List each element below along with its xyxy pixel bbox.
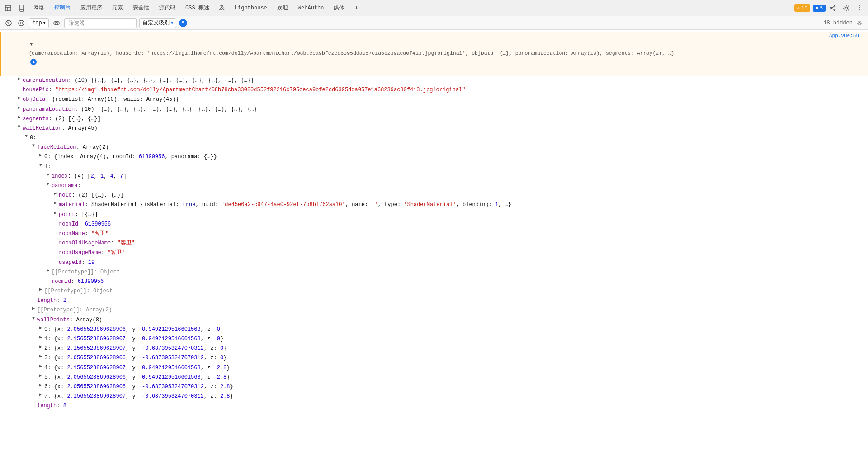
pause-button[interactable] (16, 18, 26, 28)
toolbar: top ▼ 自定义级别 ▼ 5 18 hidden (0, 16, 868, 30)
nav-console[interactable]: 控制台 (50, 2, 75, 14)
line-wp-3[interactable]: 3: {x: 2.0565528869628906, y: -0.6373953… (0, 353, 868, 363)
line-face-0[interactable]: 0: {index: Array(4), roomId: 61390956, p… (0, 152, 868, 162)
line-wp-6[interactable]: 6: {x: 2.0565528869628906, y: -0.6373953… (0, 382, 868, 392)
settings-small-icon[interactable] (854, 18, 864, 28)
nav-security[interactable]: 安全性 (128, 2, 154, 14)
line-wp-5[interactable]: 5: {x: 2.0565528869628906, y: 0.94921295… (0, 373, 868, 382)
nav-app[interactable]: 应用程序 (76, 2, 107, 14)
toggle-proto-array[interactable] (31, 306, 36, 311)
toggle-point[interactable] (52, 211, 58, 216)
nav-elements[interactable]: 元素 (108, 2, 127, 14)
line-length-2: length: 2 (0, 296, 868, 306)
line-room-usage-name: roomUsageName: "客卫" (0, 248, 868, 258)
line-hole[interactable]: hole: (2) [{…}, {…}] (0, 191, 868, 200)
toggle-wp-6[interactable] (38, 383, 43, 388)
filter-input[interactable] (64, 18, 137, 28)
toggle-hole[interactable] (52, 191, 58, 197)
line-panorama[interactable]: panorama: (0, 181, 868, 191)
line-wp-2[interactable]: 2: {x: 2.1565528869628907, y: -0.6373953… (0, 344, 868, 353)
toggle-root[interactable] (28, 42, 34, 47)
toggle-wall-relation[interactable] (16, 124, 22, 130)
svg-rect-0 (5, 5, 11, 11)
line-point[interactable]: point: [{…}] (0, 210, 868, 220)
source-link[interactable]: App.vue:59 (829, 32, 859, 40)
device-icon[interactable] (15, 2, 28, 14)
line-prototype-1[interactable]: [[Prototype]]: Object (0, 268, 868, 277)
svg-point-13 (19, 20, 24, 26)
add-tab-icon[interactable]: + (350, 2, 363, 14)
svg-point-18 (859, 22, 860, 24)
nav-lighthouse[interactable]: Lighthouse (230, 2, 272, 14)
line-wall-points[interactable]: wallPoints: Array(8) (0, 315, 868, 325)
line-wp-7[interactable]: 7: {x: 2.1565528869628907, y: -0.6373953… (0, 392, 868, 401)
nav-network[interactable]: 网络 (29, 2, 49, 14)
line-room-id-2: roomId: 61390956 (0, 277, 868, 287)
line-segments[interactable]: segments: (2) [{…}, {…}] (0, 114, 868, 124)
nav-sources[interactable]: 源代码 (155, 2, 180, 14)
line-wp-1[interactable]: 1: {x: 2.1565528869628907, y: 0.94921295… (0, 334, 868, 344)
settings-icon[interactable] (840, 2, 853, 14)
error-count: 5 (820, 5, 823, 11)
line-wall-relation[interactable]: wallRelation: Array(45) (0, 124, 868, 133)
eye-icon[interactable] (52, 18, 61, 28)
toggle-objdata[interactable] (16, 95, 22, 101)
svg-point-10 (845, 7, 848, 9)
info-icon[interactable]: i (30, 59, 37, 65)
level-dropdown[interactable]: 自定义级别 ▼ (139, 18, 176, 28)
toggle-0[interactable] (24, 134, 29, 139)
line-objdata[interactable]: objData: {roomList: Array(10), walls: Ar… (0, 95, 868, 104)
toggle-wp-4[interactable] (38, 364, 43, 369)
toggle-index[interactable] (45, 172, 51, 178)
toggle-wp-0[interactable] (38, 325, 43, 331)
toggle-segments[interactable] (16, 115, 22, 120)
toggle-wall-points[interactable] (31, 316, 36, 321)
error-badge[interactable]: ● 5 (813, 5, 826, 12)
line-room-id-1: roomId: 61390956 (0, 220, 868, 229)
line-panorama-location[interactable]: panoramaLocation: (10) [{…}, {…}, {…}, {… (0, 105, 868, 114)
line-prototype-array[interactable]: [[Prototype]]: Array(0) (0, 306, 868, 315)
toggle-wp-5[interactable] (38, 373, 43, 379)
line-face-1[interactable]: 1: (0, 162, 868, 172)
inspect-icon[interactable] (2, 2, 14, 14)
toggle-face-1[interactable] (38, 163, 43, 168)
toggle-wp-3[interactable] (38, 354, 43, 359)
nav-welcome[interactable]: 欢迎 (273, 2, 292, 14)
line-wp-4[interactable]: 4: {x: 2.1565528869628907, y: 0.94921295… (0, 363, 868, 373)
object-summary-line[interactable]: {cameraLocation: Array(10), housePic: 'h… (0, 32, 868, 76)
line-prototype-2[interactable]: [[Prototype]]: Object (0, 287, 868, 296)
toggle-wp-1[interactable] (38, 335, 43, 340)
toggle-panorama-location[interactable] (16, 105, 22, 111)
toggle-wp-7[interactable] (38, 392, 43, 398)
line-usage-id: usageId: 19 (0, 258, 868, 268)
toggle-panorama[interactable] (45, 182, 51, 187)
line-material[interactable]: material: ShaderMaterial {isMaterial: tr… (0, 200, 868, 210)
toggle-proto-2[interactable] (38, 287, 43, 292)
nav-and[interactable]: 及 (215, 2, 229, 14)
line-index[interactable]: index: (4) [2, 1, 4, 7] (0, 172, 868, 181)
nav-media[interactable]: 媒体 (329, 2, 349, 14)
level-label: 自定义级别 (142, 19, 170, 27)
clear-button[interactable] (4, 18, 14, 28)
top-dropdown[interactable]: top ▼ (29, 18, 49, 28)
toggle-camera[interactable] (16, 76, 22, 82)
line-face-relation[interactable]: faceRelation: Array(2) (0, 143, 868, 152)
more-icon[interactable]: ⋮ (854, 2, 866, 14)
toggle-material[interactable] (52, 201, 58, 206)
warning-badge[interactable]: ⚠ 10 (794, 4, 810, 12)
line-camera-location[interactable]: cameraLocation: (10) [{…}, {…}, {…}, {…}… (0, 76, 868, 85)
nav-css[interactable]: CSS 概述 (181, 2, 214, 14)
message-count-container: 5 (179, 19, 187, 27)
share-icon[interactable] (826, 2, 839, 14)
line-0[interactable]: 0: (0, 133, 868, 143)
nav-webauthn[interactable]: WebAuthn (293, 2, 329, 14)
toggle-proto-1[interactable] (45, 268, 51, 273)
line-wp-0[interactable]: 0: {x: 2.0565528869628906, y: 0.94921295… (0, 325, 868, 334)
error-icon: ● (816, 5, 819, 11)
toggle-wp-2[interactable] (38, 344, 43, 350)
message-count: 5 (182, 20, 185, 26)
toggle-face-0[interactable] (38, 153, 43, 158)
level-chevron-icon: ▼ (171, 21, 173, 25)
toggle-face-relation[interactable] (31, 143, 36, 149)
svg-point-16 (54, 21, 59, 25)
